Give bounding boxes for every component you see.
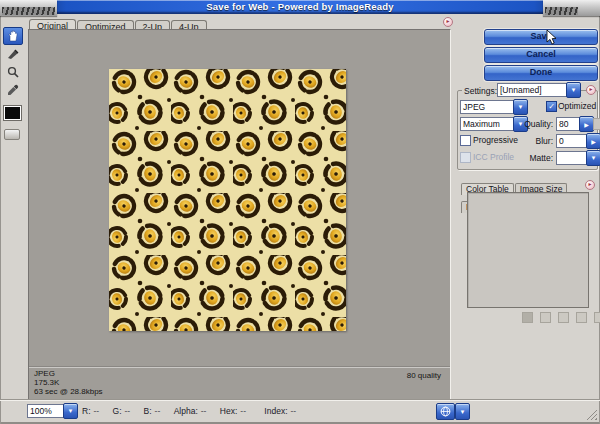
format-select[interactable]: JPEG bbox=[460, 100, 518, 114]
optimized-checkbox[interactable]: ✓ bbox=[546, 101, 557, 112]
color-table-panel bbox=[467, 192, 589, 308]
zoom-tool-button[interactable] bbox=[3, 63, 23, 81]
new-color-icon[interactable] bbox=[576, 312, 587, 323]
view-tab-strip: OriginalOptimized2-Up4-Up ▸ bbox=[29, 15, 208, 29]
ridge-texture bbox=[545, 7, 578, 15]
toggle-slices-visibility-button[interactable] bbox=[4, 129, 20, 140]
bottom-bar: 100% ▼ R:-- G:-- B:-- Alpha:-- Hex:-- In… bbox=[0, 399, 600, 423]
r-label: R: bbox=[82, 406, 91, 416]
status-quality: 80 quality bbox=[407, 371, 441, 380]
hand-tool-button[interactable] bbox=[3, 27, 23, 45]
map-transparency-icon[interactable] bbox=[558, 312, 569, 323]
browser-globe-icon bbox=[440, 406, 451, 417]
status-filesize: 175.3K bbox=[34, 378, 450, 387]
hex-value: -- bbox=[240, 406, 246, 416]
panel-menu-button[interactable]: ▸ bbox=[585, 180, 595, 190]
cancel-button[interactable]: Cancel bbox=[484, 47, 598, 63]
settings-preset-select[interactable]: [Unnamed] bbox=[497, 83, 571, 97]
matte-dropdown-button[interactable]: ▼ bbox=[586, 150, 600, 166]
blur-value-field[interactable]: 0 bbox=[556, 134, 589, 148]
icc-profile-checkbox[interactable] bbox=[460, 152, 471, 163]
b-value: -- bbox=[155, 406, 161, 416]
toolbar bbox=[3, 27, 23, 140]
magnifier-icon bbox=[7, 66, 19, 78]
ridge-texture bbox=[2, 7, 55, 15]
optimized-label: Optimized bbox=[558, 101, 596, 111]
matte-label: Matte: bbox=[519, 153, 553, 163]
preview-browser-dropdown-button[interactable]: ▼ bbox=[455, 403, 470, 420]
eyedropper-icon bbox=[7, 84, 19, 96]
done-button[interactable]: Done bbox=[484, 65, 598, 81]
index-value: -- bbox=[291, 406, 297, 416]
alpha-value: -- bbox=[201, 406, 207, 416]
view-menu-button[interactable]: ▸ bbox=[443, 17, 453, 27]
optimization-status: JPEG 175.3K 63 sec @ 28.8kbps 80 quality bbox=[29, 366, 450, 399]
hex-label: Hex: bbox=[220, 406, 237, 416]
blur-slider-popup-button[interactable]: ▶ bbox=[586, 133, 600, 149]
status-download-time: 63 sec @ 28.8kbps bbox=[34, 387, 450, 396]
preview-canvas[interactable]: JPEG 175.3K 63 sec @ 28.8kbps 80 quality bbox=[28, 29, 451, 400]
slice-select-icon bbox=[7, 48, 19, 60]
mouse-cursor-icon bbox=[546, 30, 558, 45]
status-format: JPEG bbox=[34, 369, 450, 378]
delete-color-icon[interactable] bbox=[594, 312, 600, 323]
icc-profile-label: ICC Profile bbox=[473, 152, 514, 162]
video-handle-right bbox=[543, 0, 600, 16]
title-bar: Save for Web - Powered by ImageReady bbox=[0, 0, 600, 14]
quality-extra-disabled-box bbox=[593, 118, 600, 130]
g-label: G: bbox=[113, 406, 122, 416]
snap-to-web-palette-icon[interactable] bbox=[522, 312, 533, 323]
color-table-actions bbox=[522, 312, 600, 323]
b-label: B: bbox=[144, 406, 152, 416]
lock-color-icon[interactable] bbox=[540, 312, 551, 323]
quality-preset-select[interactable]: Maximum bbox=[460, 117, 518, 131]
eyedropper-color-swatch[interactable] bbox=[4, 106, 21, 120]
r-value: -- bbox=[94, 406, 100, 416]
settings-menu-button[interactable]: ▸ bbox=[586, 85, 596, 95]
video-handle-left bbox=[0, 0, 57, 16]
preview-in-browser-button[interactable] bbox=[436, 403, 455, 420]
g-value: -- bbox=[125, 406, 131, 416]
settings-label: Settings: bbox=[462, 86, 499, 96]
alpha-label: Alpha: bbox=[174, 406, 198, 416]
slice-select-tool-button[interactable] bbox=[3, 45, 23, 63]
save-for-web-dialog: Save for Web - Powered by ImageReady Ori… bbox=[0, 0, 600, 424]
zoom-level-dropdown-button[interactable]: ▼ bbox=[63, 403, 78, 419]
panel-tab-strip: Color TableImage SizeLayers bbox=[461, 178, 600, 191]
preview-image-leopard-pattern[interactable] bbox=[109, 69, 346, 331]
zoom-level-field[interactable]: 100% bbox=[27, 404, 65, 418]
progressive-label: Progressive bbox=[473, 135, 518, 145]
window-title: Save for Web - Powered by ImageReady bbox=[0, 1, 600, 12]
save-button[interactable]: Save bbox=[484, 29, 598, 45]
quality-label: Quality: bbox=[519, 119, 553, 129]
hand-icon bbox=[7, 30, 19, 42]
color-readouts: R:-- G:-- B:-- Alpha:-- Hex:-- Index:-- bbox=[80, 406, 305, 416]
format-dropdown-button[interactable]: ▼ bbox=[513, 99, 528, 115]
progressive-checkbox[interactable] bbox=[460, 135, 471, 146]
quality-slider-popup-button[interactable]: ▶ bbox=[579, 116, 594, 132]
settings-preset-dropdown-button[interactable]: ▼ bbox=[566, 82, 581, 98]
matte-value-field[interactable] bbox=[556, 151, 589, 165]
eyedropper-tool-button[interactable] bbox=[3, 81, 23, 99]
index-label: Index: bbox=[264, 406, 287, 416]
blur-label: Blur: bbox=[519, 136, 553, 146]
